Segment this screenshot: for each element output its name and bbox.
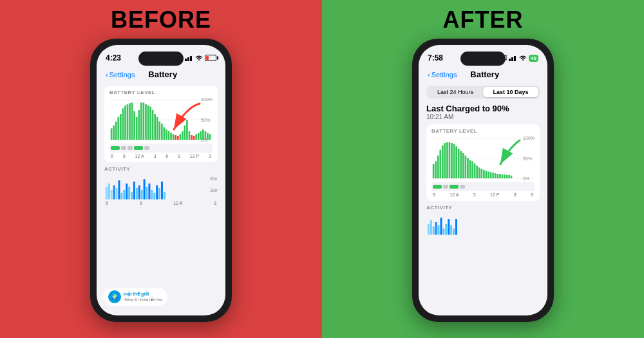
svg-rect-1 [187, 57, 189, 61]
before-status-icons [185, 55, 216, 61]
svg-rect-87 [437, 156, 439, 179]
segment-10d[interactable]: Last 10 Days [483, 87, 538, 97]
after-axis-gray-1 [443, 185, 448, 189]
after-phone-inner: 7:58 [419, 45, 547, 315]
before-phone-inner: 4:23 [97, 45, 225, 315]
svg-rect-25 [154, 114, 156, 140]
svg-rect-79 [509, 59, 511, 61]
watermark-logo: 🌍 [108, 290, 121, 303]
svg-rect-13 [127, 104, 129, 140]
svg-rect-95 [455, 146, 457, 178]
svg-rect-42 [193, 136, 195, 140]
svg-rect-72 [158, 188, 160, 200]
before-back-label: Settings [109, 71, 135, 79]
svg-rect-16 [133, 111, 135, 140]
before-axis-gray-2 [128, 146, 133, 150]
svg-rect-60 [128, 187, 130, 200]
svg-rect-61 [131, 192, 133, 200]
svg-rect-44 [198, 133, 200, 140]
svg-rect-132 [455, 219, 457, 234]
svg-rect-22 [147, 106, 149, 140]
svg-rect-63 [136, 188, 138, 200]
svg-rect-8 [115, 122, 117, 140]
svg-rect-58 [123, 190, 125, 200]
before-axis-gray-1 [121, 146, 126, 150]
after-dynamic-island [460, 52, 506, 66]
after-battery-chart-wrap: 100% 50% 0% [431, 136, 535, 181]
svg-rect-85 [433, 164, 435, 178]
watermark-text: một thế giới thông tin trong tầm tay [124, 292, 162, 302]
svg-rect-17 [136, 117, 138, 140]
before-x-labels: 6 9 12 A 3 6 9 12 P 3 [109, 154, 213, 158]
svg-rect-15 [131, 102, 133, 140]
segment-24h[interactable]: Last 24 Hours [428, 87, 483, 97]
after-nav-bar: ‹ Settings Battery [419, 68, 547, 82]
after-nav-title: Battery [470, 70, 499, 79]
svg-rect-106 [480, 169, 482, 178]
svg-rect-67 [146, 187, 148, 200]
svg-rect-14 [129, 103, 131, 140]
svg-rect-36 [179, 134, 181, 140]
svg-rect-37 [182, 131, 184, 140]
svg-text:60m: 60m [210, 176, 218, 181]
after-nav-back[interactable]: ‹ Settings [428, 71, 457, 79]
before-battery-fill [206, 56, 209, 60]
svg-rect-99 [465, 156, 467, 179]
after-panel: AFTER 7:58 [322, 0, 644, 338]
svg-rect-113 [497, 174, 498, 178]
svg-rect-12 [124, 106, 126, 140]
svg-rect-122 [430, 220, 432, 234]
svg-rect-53 [111, 190, 113, 200]
svg-rect-94 [453, 144, 455, 178]
svg-rect-20 [143, 102, 145, 140]
svg-rect-66 [144, 179, 146, 199]
signal-icon [185, 55, 193, 61]
after-battery-chart-svg [431, 136, 535, 181]
after-content: Last 24 Hours Last 10 Days Last Charged … [419, 82, 547, 242]
svg-rect-23 [149, 107, 151, 140]
after-back-label: Settings [431, 71, 457, 79]
svg-rect-110 [490, 172, 492, 178]
svg-rect-21 [145, 104, 147, 140]
before-phone: 4:23 [90, 39, 232, 322]
before-nav-back[interactable]: ‹ Settings [106, 71, 135, 79]
svg-rect-125 [438, 225, 440, 235]
before-battery-y-labels: 100% 50% 0% [201, 97, 213, 142]
after-battery-y-labels: 100% 50% 0% [523, 136, 535, 181]
before-battery-chart-container: BATTERY LEVEL [104, 86, 218, 162]
svg-rect-40 [189, 131, 191, 140]
after-time: 7:58 [428, 53, 443, 62]
svg-rect-38 [184, 126, 186, 140]
svg-rect-54 [113, 185, 115, 200]
svg-rect-57 [120, 193, 122, 200]
before-activity-section: ACTIVITY [104, 166, 218, 205]
svg-rect-90 [444, 143, 446, 178]
after-battery-badge: 40 [529, 55, 538, 62]
svg-rect-92 [449, 142, 451, 178]
svg-rect-74 [164, 192, 166, 200]
svg-rect-97 [460, 151, 462, 178]
after-axis-green-1 [433, 185, 442, 189]
svg-rect-9 [117, 117, 119, 140]
svg-rect-64 [138, 185, 140, 200]
svg-rect-98 [462, 153, 464, 178]
after-x-labels: 9 12 A 3 12 P 3 6 [431, 192, 535, 197]
before-activity-label: ACTIVITY [104, 166, 218, 172]
svg-rect-119 [511, 176, 513, 178]
before-axis-green-1 [111, 146, 120, 150]
svg-rect-96 [458, 149, 460, 178]
before-nav-bar: ‹ Settings Battery [97, 68, 225, 82]
svg-rect-91 [446, 142, 448, 178]
svg-rect-31 [168, 131, 170, 140]
svg-rect-43 [195, 134, 197, 140]
after-charged-info: Last Charged to 90% 10:21 AM [426, 104, 540, 120]
svg-rect-11 [122, 108, 124, 140]
before-axis-bar [109, 144, 213, 153]
svg-rect-100 [467, 158, 469, 178]
svg-rect-129 [448, 219, 450, 234]
svg-rect-123 [433, 227, 435, 235]
svg-rect-115 [501, 174, 503, 178]
before-battery-chart-wrap: 100% 50% 0% [109, 97, 213, 142]
svg-rect-69 [151, 190, 153, 200]
after-phone: 7:58 [412, 39, 554, 322]
